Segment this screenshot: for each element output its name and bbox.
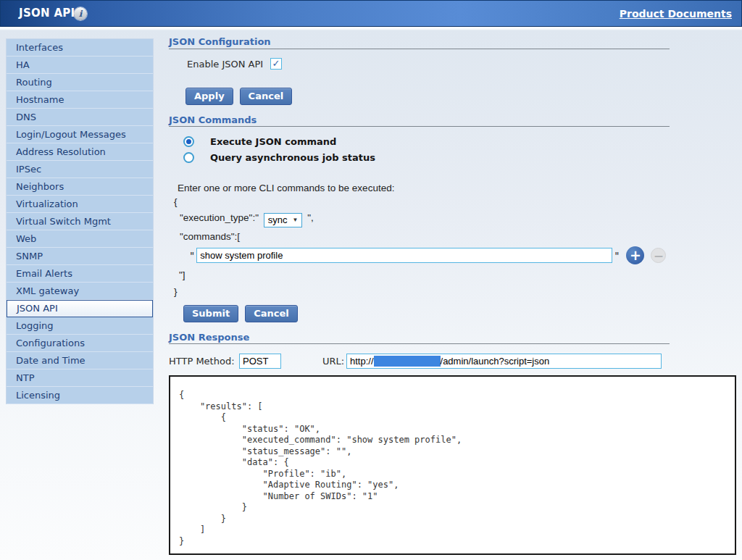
sidebar-item-neighbors[interactable]: Neighbors	[7, 178, 153, 196]
command-close-quote: "	[614, 250, 619, 262]
json-response-text: { "results": [ { "status": "OK", "execut…	[170, 377, 735, 555]
redacted-host	[374, 356, 441, 367]
title-bar: JSON API i Product Documents	[0, 0, 742, 27]
http-method-label: HTTP Method:	[169, 356, 235, 367]
info-icon[interactable]: i	[74, 7, 87, 20]
sidebar-item-address-resolution[interactable]: Address Resolution	[7, 143, 153, 161]
checkmark-icon: ✓	[271, 59, 281, 69]
command-open-quote: "	[190, 250, 194, 262]
sidebar-item-routing[interactable]: Routing	[7, 74, 153, 91]
sidebar-item-ntp[interactable]: NTP	[7, 369, 153, 387]
sidebar-item-interfaces[interactable]: Interfaces	[7, 39, 153, 57]
page-title: JSON API	[19, 1, 75, 26]
url-suffix: /admin/launch?script=json	[441, 356, 550, 367]
cli-command-input[interactable]	[196, 248, 612, 263]
enable-json-api-label: Enable JSON API	[187, 59, 263, 70]
json-configuration-title: JSON Configuration	[169, 36, 271, 47]
config-cancel-button[interactable]: Cancel	[240, 88, 293, 105]
section-divider	[169, 126, 670, 127]
json-response-title: JSON Response	[169, 332, 249, 343]
remove-command-button[interactable]: −	[651, 248, 666, 263]
sidebar-item-logging[interactable]: Logging	[7, 317, 153, 335]
sidebar-item-json-api[interactable]: JSON API	[7, 300, 153, 317]
sidebar-item-licensing[interactable]: Licensing	[7, 387, 153, 404]
query-async-job-status-label[interactable]: Query asynchronous job status	[210, 152, 375, 163]
sidebar-item-xml-gateway[interactable]: XML gateway	[7, 283, 153, 300]
execution-type-row: "execution_type":" sync ▼ ",	[180, 212, 314, 227]
json-open-brace: {	[174, 196, 178, 207]
sidebar: Interfaces HA Routing Hostname DNS Login…	[6, 38, 154, 404]
commands-cancel-button[interactable]: Cancel	[245, 305, 298, 322]
sidebar-item-email-alerts[interactable]: Email Alerts	[7, 265, 153, 283]
sidebar-item-configurations[interactable]: Configurations	[7, 335, 153, 352]
sidebar-item-hostname[interactable]: Hostname	[7, 91, 153, 109]
sidebar-item-dns[interactable]: DNS	[7, 109, 153, 126]
sidebar-item-ipsec[interactable]: IPSec	[7, 161, 153, 178]
section-divider	[169, 343, 670, 344]
sidebar-item-login-logout-messages[interactable]: Login/Logout Messages	[7, 126, 153, 143]
sidebar-item-snmp[interactable]: SNMP	[7, 248, 153, 265]
section-divider	[169, 49, 670, 49]
commands-array-label: "commands":[	[180, 231, 240, 242]
execution-type-trail: ",	[307, 212, 314, 223]
execution-type-label: "execution_type":"	[180, 212, 259, 223]
sidebar-item-ha[interactable]: HA	[7, 57, 153, 74]
enable-json-api-checkbox[interactable]: ✓	[270, 58, 282, 70]
cli-prompt-label: Enter one or more CLI commands to be exe…	[178, 183, 394, 193]
http-method-input[interactable]	[239, 354, 281, 369]
main-content: JSON Configuration Enable JSON API ✓ App…	[169, 27, 742, 560]
query-async-job-status-radio[interactable]	[183, 152, 194, 163]
execute-json-command-label[interactable]: Execute JSON command	[210, 136, 336, 147]
chevron-down-icon: ▼	[292, 217, 298, 223]
sidebar-item-date-and-time[interactable]: Date and Time	[7, 352, 153, 369]
json-array-close: "]	[179, 269, 186, 280]
submit-button[interactable]: Submit	[183, 305, 238, 322]
json-close-brace: }	[174, 286, 178, 297]
json-response-output[interactable]: { "results": [ { "status": "OK", "execut…	[169, 375, 736, 555]
add-command-button[interactable]: +	[626, 246, 644, 264]
execution-type-select[interactable]: sync ▼	[264, 213, 303, 227]
sidebar-item-virtual-switch-mgmt[interactable]: Virtual Switch Mgmt	[7, 213, 153, 230]
sidebar-item-web[interactable]: Web	[7, 230, 153, 248]
json-commands-title: JSON Commands	[169, 114, 257, 125]
url-label: URL:	[322, 356, 344, 367]
sidebar-item-virtualization[interactable]: Virtualization	[7, 196, 153, 213]
product-documents-link[interactable]: Product Documents	[620, 1, 732, 27]
url-prefix: http://	[350, 356, 374, 367]
execute-json-command-radio[interactable]	[183, 136, 194, 147]
url-input[interactable]: http:// /admin/launch?script=json	[346, 354, 662, 369]
execution-type-value: sync	[268, 214, 288, 225]
apply-button[interactable]: Apply	[186, 88, 233, 105]
